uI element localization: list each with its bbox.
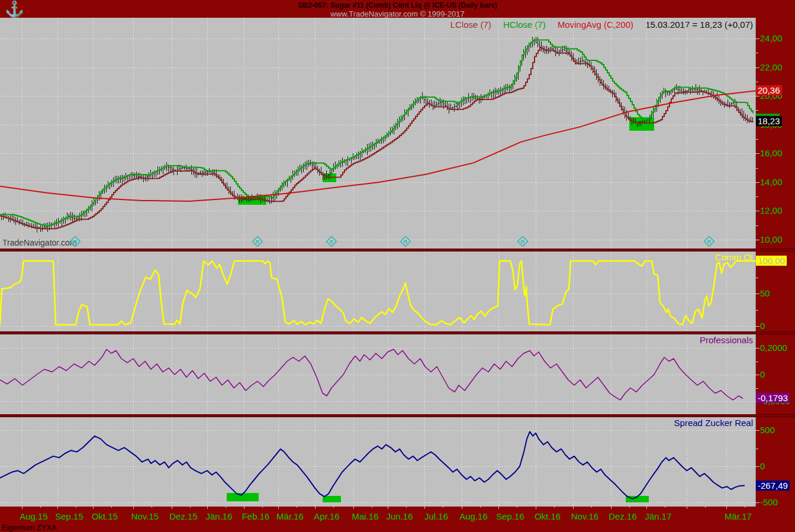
x-axis-minor-tick xyxy=(406,507,407,508)
axis-tick xyxy=(756,466,759,467)
axis-tick-label: -500 xyxy=(760,498,778,507)
svg-text:R: R xyxy=(73,239,78,245)
gridlines xyxy=(0,334,756,414)
axis-tick xyxy=(756,82,758,82)
lclose-line xyxy=(0,47,753,229)
price-bars xyxy=(1,37,754,233)
comm-oi-line xyxy=(0,261,756,325)
trade-navigator-window: ⚓ SB2-057: Sugar #11 (Comb) Cont Liq @ I… xyxy=(0,0,795,532)
title-bar: ⚓ SB2-057: Sugar #11 (Comb) Cont Liq @ I… xyxy=(0,0,795,18)
axis-tick xyxy=(756,388,758,389)
x-axis-tick xyxy=(536,507,536,509)
spread-panel[interactable]: Spread Zucker Real xyxy=(0,417,756,507)
signal-box xyxy=(323,496,341,502)
x-axis-label: Sep.16 xyxy=(496,511,524,521)
x-axis-tick xyxy=(22,507,22,509)
svg-text:R: R xyxy=(256,239,260,245)
x-axis-minor-tick xyxy=(517,507,517,508)
x-axis-tick xyxy=(353,507,354,509)
x-axis-label: Jun.16 xyxy=(386,511,413,521)
rollover-marker: R xyxy=(253,237,263,247)
x-axis-label: Dez.15 xyxy=(169,511,198,521)
spread-line xyxy=(0,431,745,499)
x-axis-tick xyxy=(278,507,279,509)
axis-tick-label: 14,00 xyxy=(760,178,783,187)
axis-tick xyxy=(756,326,759,327)
chart-title: SB2-057: Sugar #11 (Comb) Cont Liq @ ICE… xyxy=(0,0,795,9)
price-chart-panel[interactable]: LClose (7) HClose (7) MovingAvg (C,200) … xyxy=(0,18,756,249)
x-axis-minor-tick xyxy=(111,507,112,508)
x-axis-tick xyxy=(687,507,687,509)
anchor-logo-icon: ⚓ xyxy=(5,0,24,18)
x-axis-label: Nov.16 xyxy=(571,511,598,521)
rollover-marker: R xyxy=(704,237,714,247)
rollover-marker: R xyxy=(401,237,411,247)
x-axis-strip: Aug.15Sep.15Okt.15Nov.15Dez.15Jän.16Feb.… xyxy=(0,507,795,523)
x-axis-tick xyxy=(315,507,316,509)
axis-tick xyxy=(756,67,759,68)
x-axis-minor-tick xyxy=(705,507,706,508)
x-axis-minor-tick xyxy=(333,507,334,508)
x-axis-label: Sep.15 xyxy=(55,511,83,521)
axis-tick xyxy=(756,139,758,140)
x-axis-minor-tick xyxy=(480,507,481,508)
x-axis-tick xyxy=(388,507,388,509)
spread-value-badge: -267,49 xyxy=(756,481,790,491)
axis-tick xyxy=(756,225,758,226)
axis-tick xyxy=(756,110,758,111)
axis-tick-label: 50 xyxy=(760,289,770,298)
rollover-marker: R xyxy=(70,237,81,247)
gridlines xyxy=(0,18,756,249)
axis-tick-label: 22,00 xyxy=(760,63,783,72)
axis-tick-label: 24,00 xyxy=(760,34,783,43)
axis-tick-label: 16,00 xyxy=(760,149,783,158)
professionals-value-badge: -0,1793 xyxy=(756,393,790,403)
axis-tick xyxy=(756,240,759,240)
signal-box xyxy=(629,117,654,131)
gridlines xyxy=(0,252,756,331)
axis-tick xyxy=(756,502,759,503)
x-axis-tick xyxy=(133,507,134,509)
moving-average-line xyxy=(0,91,756,201)
axis-tick-label: 0,2000 xyxy=(760,343,787,353)
x-axis-minor-tick xyxy=(665,507,665,508)
axis-tick-label: 0 xyxy=(760,321,765,331)
svg-text:R: R xyxy=(707,239,712,245)
axis-tick xyxy=(756,153,759,154)
axis-tick-label: 500 xyxy=(760,425,775,435)
svg-text:R: R xyxy=(404,239,408,245)
x-axis-minor-tick xyxy=(372,507,372,508)
x-axis-tick xyxy=(611,507,611,509)
axis-tick-label: 0 xyxy=(760,462,765,471)
x-axis-minor-tick xyxy=(629,507,630,508)
owner-label: Eigentum ZYXA xyxy=(2,523,57,532)
x-axis-label: Okt.16 xyxy=(535,511,561,521)
x-axis-label: Mär.17 xyxy=(725,511,752,521)
x-axis-label: Aug.15 xyxy=(20,511,48,521)
axis-tick xyxy=(756,53,758,53)
x-axis-minor-tick xyxy=(554,507,555,508)
x-axis-tick xyxy=(93,507,94,509)
x-axis-minor-tick xyxy=(226,507,226,508)
professionals-panel[interactable]: Professionals xyxy=(0,334,756,414)
x-axis-label: Jul.16 xyxy=(424,511,448,521)
status-bar: Eigentum ZYXA xyxy=(0,523,795,532)
axis-tick xyxy=(756,449,758,449)
x-axis-minor-tick xyxy=(190,507,191,508)
comm_oi-value-badge: 100,00 xyxy=(756,256,787,266)
price-value-badge: 20,36 xyxy=(756,85,782,95)
x-axis-tick xyxy=(424,507,425,509)
axis-tick xyxy=(756,430,759,431)
x-axis-minor-tick xyxy=(40,507,41,508)
x-axis-tick xyxy=(498,507,499,509)
x-axis-minor-tick xyxy=(76,507,76,508)
gridlines xyxy=(0,417,756,507)
axis-tick-label: 12,00 xyxy=(760,206,783,215)
x-axis-minor-tick xyxy=(152,507,152,508)
axis-tick xyxy=(756,96,759,96)
x-axis-label: Okt.15 xyxy=(92,511,118,521)
comm-oi-panel[interactable]: Comm OI xyxy=(0,252,756,331)
x-axis-tick xyxy=(244,507,244,509)
x-axis-tick xyxy=(726,507,727,509)
price-value-badge: 18,23 xyxy=(756,116,782,126)
